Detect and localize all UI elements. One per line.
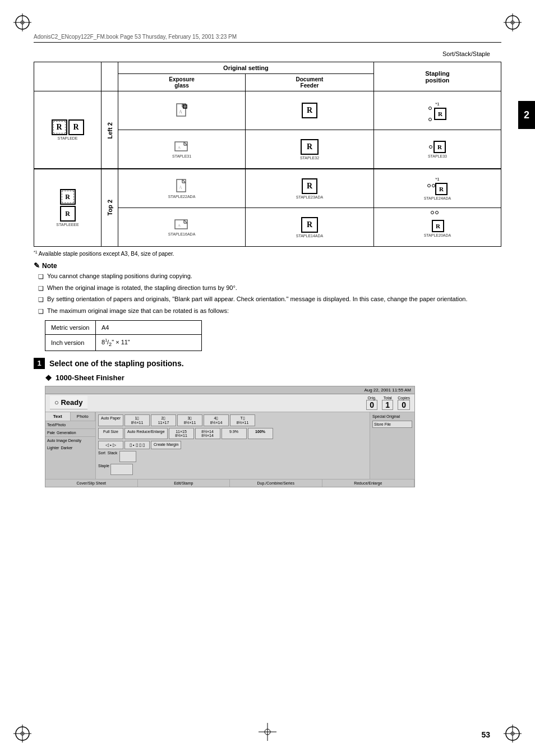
corner-bottom-left	[11, 722, 34, 745]
ui-staple-icons[interactable]	[110, 464, 133, 475]
diamond-bullet-icon: ❖	[45, 374, 52, 382]
ui-center-panel: Auto Paper 1▯8½×11 2▯11×17 3▯8½×11 4▯8½×…	[96, 412, 370, 479]
cell-label-staple20ada: STAPLE20ADA	[424, 233, 451, 237]
ui-btn-edit-stamp[interactable]: Edit/Stamp	[138, 480, 230, 487]
ui-btn-p3[interactable]: 3▯8½×11	[177, 414, 202, 426]
cell-exp-glass-r3c1: A STAPLE22ADA	[118, 169, 246, 208]
cell-exp-glass-r4c1: A STAPLE16ADA	[118, 208, 246, 247]
ui-btn-reduce-enlarge[interactable]: Reduce/Enlarge	[322, 480, 415, 487]
section-label: Sort/Stack/Staple	[442, 50, 490, 57]
ui-counters: Orig. 0 Total 1 Copies 0	[366, 396, 410, 410]
ui-tab-photo[interactable]: Photo	[71, 412, 96, 421]
ui-btn-percent[interactable]: 9.9%	[222, 428, 247, 439]
table-row: R R STAPLEDE Left 2	[34, 91, 501, 130]
cell-label-staple32: STAPLE32	[300, 156, 319, 160]
ui-label-sort: Sort	[98, 451, 105, 462]
col-sub-document: DocumentFeeder	[246, 74, 374, 91]
corner-top-right	[501, 11, 524, 34]
center-bottom-mark	[256, 721, 279, 745]
ui-staple-row: Staple	[98, 464, 367, 475]
ui-btn-create-margin[interactable]: Create Margin	[151, 441, 181, 449]
ui-paper-row: Auto Paper 1▯8½×11 2▯11×17 3▯8½×11 4▯8½×…	[98, 414, 367, 426]
cell-label-staple23ada: STAPLE23ADA	[296, 195, 324, 199]
row-label-left2: Left 2	[102, 91, 118, 169]
ui-btn-cover-slip[interactable]: Cover/Slip Sheet	[45, 480, 138, 487]
col-sub-exposure: Exposureglass	[118, 74, 246, 91]
ui-density-row: Auto Image Density	[45, 437, 95, 444]
footnote-1: *1 Available staple positions except A3,…	[34, 250, 501, 257]
size-table: Metric version A4 Inch version 81/2" × 1…	[45, 320, 202, 351]
ui-controls-row: ◁ • ▷ ▯ • ▯ ▯ ▯ Create Margin	[98, 441, 367, 449]
page-number: 53	[481, 730, 490, 739]
ui-label-staple: Staple	[98, 464, 109, 475]
ui-btn-p2[interactable]: 2▯11×17	[151, 414, 176, 426]
cell-exp-glass-r2c1: A STAPLE31	[118, 130, 246, 169]
ui-settings-row: Pale Generation	[45, 429, 95, 437]
col-header-original-setting: Original setting	[118, 62, 374, 74]
staple-icon-double-r: R R STAPLEDE	[35, 113, 100, 147]
cell-label-staple24ada: STAPLE24ADA	[424, 196, 451, 200]
size-label-metric: Metric version	[45, 320, 96, 334]
max-size-section: Metric version A4 Inch version 81/2" × 1…	[45, 320, 501, 351]
note-section: ✎ Note You cannot change stapling positi…	[34, 261, 501, 316]
corner-bottom-right	[501, 722, 524, 745]
cell-doc-feeder-r2c1: R STAPLE32	[246, 130, 374, 169]
cell-exp-glass-r1c1: A	[118, 91, 246, 130]
col-header-stapling-position: Staplingposition	[373, 62, 501, 91]
ui-btn-p5[interactable]: T▯8½×11	[230, 414, 255, 426]
note-items: You cannot change stapling positions dur…	[34, 272, 501, 316]
ui-right-panel: Special Original Store File	[370, 412, 414, 479]
svg-rect-23	[183, 105, 187, 108]
svg-text:A: A	[178, 145, 181, 150]
size-label-inch: Inch version	[45, 334, 96, 351]
ui-btn-r1[interactable]: 11×158½×11	[169, 428, 194, 439]
subsection-title: ❖ 1000-Sheet Finisher	[45, 374, 501, 382]
cell-stapling-pos-r1: *1 R	[373, 91, 501, 130]
ui-btn-p4[interactable]: 4▯8½×14	[204, 414, 229, 426]
cell-label-staplede: STAPLEDE	[57, 136, 77, 140]
cell-label-staple14ada: STAPLE14ADA	[296, 234, 324, 238]
ui-btn-lighter[interactable]: ◁ • ▷	[98, 441, 123, 449]
ui-btn-dup-combine[interactable]: Dup./Combine/Series	[230, 480, 322, 487]
ui-tab-text[interactable]: Text	[45, 412, 71, 421]
ui-lighter-darker: Lighter Darker	[45, 444, 95, 451]
cell-doc-feeder-r4c1: R STAPLE14ADA	[246, 208, 374, 247]
svg-text:A: A	[178, 223, 181, 228]
ui-sort-icons[interactable]	[119, 451, 136, 462]
ui-btn-r2[interactable]: 8½×148½×14	[195, 428, 220, 439]
main-content: Original setting Staplingposition Exposu…	[34, 62, 501, 722]
ui-special-original[interactable]: Special Original	[372, 414, 412, 418]
step-number: 1	[34, 358, 45, 369]
subsection-label: 1000-Sheet Finisher	[56, 374, 124, 382]
ui-sort-stack-row: Sort Stack	[98, 451, 367, 462]
staple-icon-double-r-h: R R STAPLEEEE	[35, 189, 100, 227]
svg-text:A: A	[179, 185, 182, 190]
cell-label-staple22ada: STAPLE22ADA	[168, 195, 196, 199]
table-row: Inch version 81/2" × 11"	[45, 334, 202, 351]
note-item-1: You cannot change stapling positions dur…	[38, 272, 501, 281]
step-instruction: 1 Select one of the stapling positions.	[34, 358, 501, 369]
ui-btn-p1[interactable]: 1▯8½×11	[124, 414, 150, 426]
staple-diagram-table: Original setting Staplingposition Exposu…	[34, 62, 501, 247]
svg-text:A: A	[179, 109, 182, 114]
ui-bottom-bar: Cover/Slip Sheet Edit/Stamp Dup./Combine…	[45, 479, 414, 487]
note-item-2: When the original image is rotated, the …	[38, 284, 501, 293]
ui-text-photo-option[interactable]: Text/Photo	[45, 421, 95, 429]
row-label-top2: Top 2	[102, 169, 118, 247]
ui-counter-total: Total 1	[382, 396, 393, 410]
note-title: ✎ Note	[34, 261, 501, 270]
ui-btn-autore[interactable]: Auto Reduce/Enlarge	[124, 428, 168, 439]
table-row: Metric version A4	[45, 320, 202, 334]
cell-label-staple16ada: STAPLE16ADA	[168, 232, 196, 236]
ui-btn-100[interactable]: 100%	[248, 428, 273, 439]
corner-top-left	[11, 11, 34, 34]
cell-label-staple33: STAPLE33	[428, 154, 447, 158]
step-text: Select one of the stapling positions.	[49, 359, 184, 368]
ui-store-file[interactable]: Store File	[372, 421, 412, 428]
ui-left-panel: Text Photo Text/Photo Pale Generation Au…	[45, 412, 96, 479]
ui-btn-controls[interactable]: ▯ • ▯ ▯ ▯	[124, 441, 150, 449]
ui-btn-autopaper[interactable]: Auto Paper	[98, 414, 123, 426]
ui-time: Aug 22, 2001 11:55 AM	[364, 388, 411, 393]
ui-reduce-row: Full Size Auto Reduce/Enlarge 11×158½×11…	[98, 428, 367, 439]
ui-btn-fullsize[interactable]: Full Size	[98, 428, 123, 439]
